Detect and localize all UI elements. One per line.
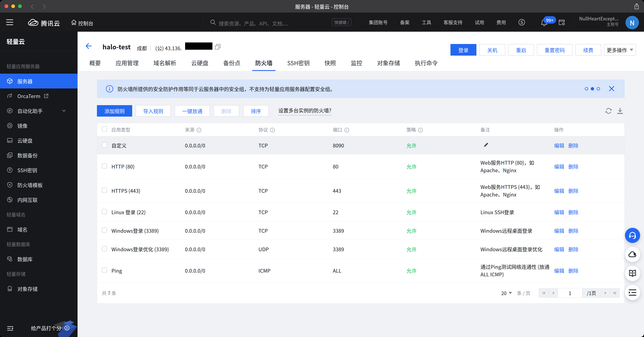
service-ticket-icon[interactable] (518, 19, 525, 26)
carousel-dot[interactable] (591, 87, 594, 90)
tab-概要[interactable]: 概要 (86, 59, 104, 71)
rule-row[interactable]: HTTP (80)0.0.0.0/0TCP80允许Web服务HTTP (80)，… (97, 154, 624, 178)
column-info-icon[interactable] (270, 128, 275, 133)
avatar[interactable]: N (626, 16, 639, 29)
rule-row[interactable]: Windows登录 (3389)0.0.0.0/0TCP3389允许Window… (97, 221, 624, 240)
tab-备份点[interactable]: 备份点 (220, 59, 244, 71)
sidebar-item-云硬盘[interactable]: 云硬盘 (0, 133, 78, 148)
quick-entry-fab[interactable] (625, 285, 640, 300)
page-number-input[interactable]: 1 (558, 288, 582, 298)
delete-rule-link[interactable]: 删除 (568, 227, 578, 234)
sidebar-item-orcaterm[interactable]: OrcaTerm (0, 88, 78, 103)
menu-hamburger-icon[interactable] (6, 19, 13, 25)
edit-rule-link[interactable]: 编辑 (554, 163, 564, 170)
sidebar-item-数据备份[interactable]: 数据备份 (0, 148, 78, 163)
column-info-icon[interactable] (418, 128, 423, 133)
sidebar-item-ssh密钥[interactable]: SSH密钥 (0, 163, 78, 177)
console-link[interactable]: 控制台 (78, 19, 94, 27)
navbar-item[interactable]: 集团账号 (369, 19, 388, 26)
tab-防火墙[interactable]: 防火墙 (252, 59, 276, 71)
action-button-renew[interactable]: 续费 (576, 44, 601, 56)
sidebar-item-服务器[interactable]: 服务器 (0, 74, 78, 88)
tab-SSH密钥[interactable]: SSH密钥 (284, 59, 313, 71)
delete-rule-link[interactable]: 删除 (568, 163, 578, 170)
tab-域名解析[interactable]: 域名解析 (150, 59, 180, 71)
row-checkbox[interactable] (102, 267, 107, 273)
last-page-button[interactable] (610, 288, 620, 298)
banner-close-icon[interactable] (608, 85, 615, 92)
tab-监控[interactable]: 监控 (348, 59, 365, 71)
tab-执行命令[interactable]: 执行命令 (412, 59, 441, 71)
sidebar-item-对象存储[interactable]: 对象存储 (0, 281, 78, 296)
delete-rule-link[interactable]: 删除 (568, 267, 578, 274)
edit-rule-link[interactable]: 编辑 (554, 187, 564, 194)
delete-rule-link[interactable]: 删除 (568, 208, 578, 216)
page-size-select[interactable]: 20 (501, 290, 512, 296)
action-button-reset-password[interactable]: 重置密码 (537, 44, 572, 56)
edit-rule-link[interactable]: 编辑 (554, 208, 564, 216)
copy-ip-icon[interactable] (215, 44, 221, 50)
edit-rule-link[interactable]: 编辑 (554, 142, 564, 149)
home-icon[interactable] (71, 19, 77, 25)
action-button-login[interactable]: 登录 (450, 44, 476, 56)
rule-row[interactable]: Linux 登录 (22)0.0.0.0/0TCP22允许Linux SSH登录… (97, 203, 624, 221)
tab-云硬盘[interactable]: 云硬盘 (188, 59, 212, 71)
import-rule-button[interactable]: 导入规则 (136, 105, 171, 117)
search-input[interactable]: 搜索资源、产品、API、文档.... (219, 19, 288, 27)
carousel-dot[interactable] (585, 87, 588, 90)
back-arrow-icon[interactable] (86, 43, 92, 49)
row-checkbox[interactable] (102, 228, 107, 233)
tencent-cloud-logo-icon[interactable] (28, 18, 39, 26)
select-all-checkbox[interactable] (102, 126, 107, 132)
rule-row[interactable]: Ping0.0.0.0/0ICMPALL允许通过Ping测试网络连通性 (放通 … (97, 258, 624, 283)
action-button-shutdown[interactable]: 关机 (479, 44, 505, 56)
docs-fab[interactable] (625, 266, 640, 281)
sidebar-item-内网互联[interactable]: 内网互联 (0, 192, 78, 207)
delete-rule-link[interactable]: 删除 (568, 245, 578, 253)
navbar-item[interactable]: 费用 (496, 19, 506, 26)
sidebar-item-防火墙模板[interactable]: 防火墙模板 (0, 177, 78, 192)
navbar-item[interactable]: 备案 (400, 19, 410, 26)
sidebar-item-域名[interactable]: 域名 (0, 222, 78, 237)
refresh-icon[interactable] (605, 107, 612, 115)
rule-row[interactable]: 自定义0.0.0.0/0TCP8090允许编辑删除 (97, 136, 624, 154)
download-icon[interactable] (616, 107, 624, 114)
first-page-button[interactable] (539, 288, 548, 298)
navbar-item[interactable]: 试用 (475, 19, 484, 26)
cloud-alert-fab[interactable] (625, 247, 640, 262)
delete-rules-button[interactable]: 删除 (214, 105, 239, 117)
edit-rule-link[interactable]: 编辑 (554, 227, 564, 234)
tab-应用管理[interactable]: 应用管理 (112, 59, 142, 71)
action-button-restart[interactable]: 重启 (508, 44, 534, 56)
row-checkbox[interactable] (102, 163, 107, 168)
console-settings-icon[interactable] (558, 19, 565, 26)
column-info-icon[interactable] (196, 128, 202, 133)
delete-rule-link[interactable]: 删除 (568, 142, 578, 149)
next-page-button[interactable] (601, 288, 610, 298)
add-rule-button[interactable]: 添加规则 (97, 105, 132, 117)
sidebar-item-自动化助手[interactable]: 自动化助手 (0, 103, 78, 118)
row-checkbox[interactable] (102, 246, 107, 251)
edit-rule-link[interactable]: 编辑 (554, 267, 564, 274)
account-info[interactable]: NullHeartExcept... 主账号 (578, 15, 619, 27)
share-icon[interactable] (634, 3, 639, 9)
customer-service-fab[interactable] (625, 228, 640, 243)
rule-row[interactable]: HTTPS (443)0.0.0.0/0TCP443允许Web服务HTTPS (… (97, 178, 624, 203)
rule-row[interactable]: Windows登录优化 (3389)0.0.0.0/0UDP3389允许Wind… (97, 240, 624, 258)
notification-count-badge[interactable]: 99+ (543, 16, 556, 23)
navbar-item[interactable]: 客服支持 (444, 19, 462, 26)
sidebar-collapse-icon[interactable] (7, 326, 13, 331)
open-all-button[interactable]: 一键放通 (175, 105, 210, 117)
edit-rule-link[interactable]: 编辑 (554, 245, 564, 253)
row-checkbox[interactable] (102, 142, 107, 147)
more-actions-button[interactable]: 更多操作 (604, 44, 636, 56)
sidebar-item-镜像[interactable]: 镜像 (0, 118, 78, 133)
tab-对象存储[interactable]: 对象存储 (374, 59, 403, 71)
navbar-item[interactable]: 工具 (422, 19, 431, 26)
brand-name[interactable]: 腾讯云 (41, 19, 60, 27)
row-checkbox[interactable] (102, 188, 107, 193)
tab-快照[interactable]: 快照 (322, 59, 339, 71)
sidebar-item-数据库[interactable]: 数据库 (0, 252, 78, 266)
sort-button[interactable]: 排序 (243, 105, 269, 117)
multi-instance-firewall-link[interactable]: 设置多台实例的防火墙? (278, 106, 331, 115)
